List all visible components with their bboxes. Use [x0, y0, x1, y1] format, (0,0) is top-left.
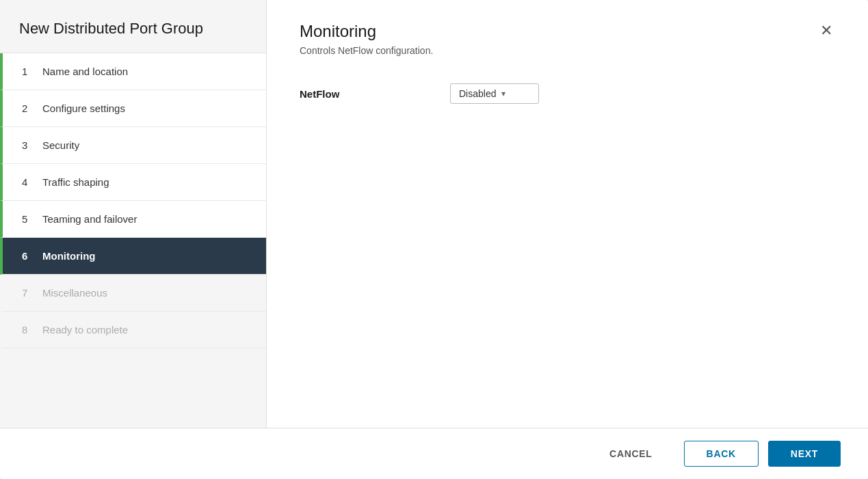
content-title-block: Monitoring Controls NetFlow configuratio… [300, 22, 433, 56]
step-label-3: Security [42, 139, 79, 151]
sidebar-item-security[interactable]: 3 Security [0, 127, 266, 164]
step-num-5: 5 [22, 213, 33, 225]
chevron-down-icon: ▾ [501, 89, 505, 98]
step-label-8: Ready to complete [42, 324, 128, 336]
cancel-button[interactable]: CANCEL [588, 441, 674, 466]
main-content: Monitoring Controls NetFlow configuratio… [267, 0, 868, 428]
page-title: Monitoring [300, 22, 433, 41]
sidebar-nav: 1 Name and location 2 Configure settings… [0, 53, 266, 428]
step-label-5: Teaming and failover [42, 213, 137, 225]
sidebar-item-name-and-location[interactable]: 1 Name and location [0, 53, 266, 90]
step-num-3: 3 [22, 139, 33, 151]
sidebar-item-traffic-shaping[interactable]: 4 Traffic shaping [0, 164, 266, 201]
netflow-dropdown[interactable]: Disabled ▾ [450, 83, 539, 104]
step-label-2: Configure settings [42, 102, 125, 114]
dialog-body: New Distributed Port Group 1 Name and lo… [0, 0, 868, 428]
dialog-footer: CANCEL BACK NEXT [0, 428, 868, 479]
sidebar-item-teaming-and-failover[interactable]: 5 Teaming and failover [0, 201, 266, 238]
sidebar: New Distributed Port Group 1 Name and lo… [0, 0, 267, 428]
step-label-4: Traffic shaping [42, 176, 109, 188]
sidebar-item-ready-to-complete: 8 Ready to complete [0, 312, 266, 348]
netflow-label: NetFlow [300, 88, 450, 100]
sidebar-title: New Distributed Port Group [0, 0, 266, 53]
netflow-field-row: NetFlow Disabled ▾ [300, 83, 835, 104]
content-header: Monitoring Controls NetFlow configuratio… [267, 0, 868, 56]
back-button[interactable]: BACK [684, 441, 759, 467]
step-num-2: 2 [22, 102, 33, 114]
step-num-4: 4 [22, 176, 33, 188]
step-label-6: Monitoring [42, 250, 95, 262]
step-label-7: Miscellaneous [42, 287, 107, 299]
content-body: NetFlow Disabled ▾ [267, 56, 868, 428]
netflow-dropdown-value: Disabled [459, 88, 496, 99]
sidebar-item-miscellaneous: 7 Miscellaneous [0, 275, 266, 312]
step-num-8: 8 [22, 324, 33, 336]
close-button[interactable]: ✕ [817, 23, 835, 38]
dialog: New Distributed Port Group 1 Name and lo… [0, 0, 868, 479]
step-num-1: 1 [22, 66, 33, 77]
sidebar-item-configure-settings[interactable]: 2 Configure settings [0, 90, 266, 127]
step-label-1: Name and location [42, 66, 128, 77]
step-num-6: 6 [22, 250, 33, 262]
step-num-7: 7 [22, 287, 33, 299]
page-subtitle: Controls NetFlow configuration. [300, 45, 433, 56]
sidebar-item-monitoring[interactable]: 6 Monitoring [0, 238, 266, 275]
next-button[interactable]: NEXT [768, 441, 841, 467]
netflow-control: Disabled ▾ [450, 83, 539, 104]
